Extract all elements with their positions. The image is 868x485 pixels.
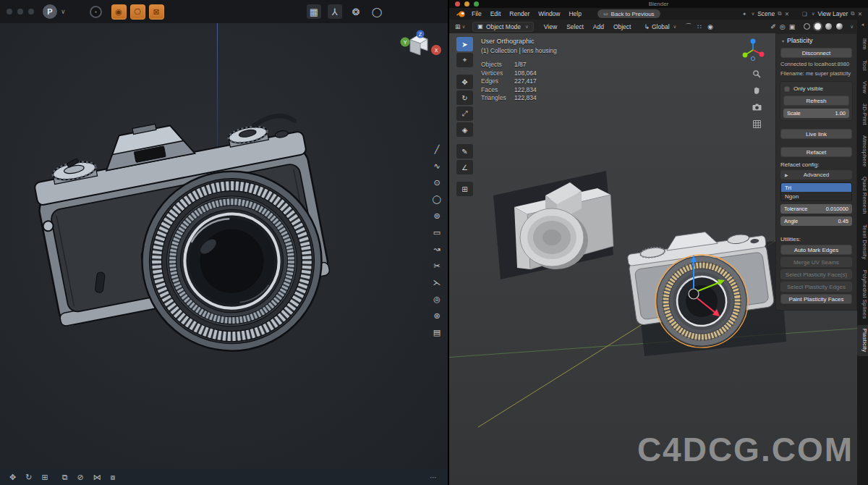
circle-tool-icon[interactable]: ⊙ bbox=[430, 178, 444, 187]
extrude-tool-icon[interactable]: ⋋ bbox=[430, 278, 444, 287]
cylinder-tool-icon[interactable]: ⊜ bbox=[430, 211, 444, 221]
camera-wireframe-model[interactable] bbox=[22, 81, 369, 414]
tab-3d-print[interactable]: 3D-Print bbox=[857, 100, 868, 129]
menu-add[interactable]: Add bbox=[593, 23, 604, 30]
panel-header[interactable]: ▾ Plasticity bbox=[776, 34, 856, 46]
menu-window[interactable]: Window bbox=[538, 10, 560, 17]
scale-tool-icon[interactable]: ⤢ bbox=[456, 106, 473, 121]
window-controls[interactable] bbox=[7, 9, 34, 14]
material-shading-icon[interactable] bbox=[824, 22, 833, 31]
scene-name[interactable]: Scene bbox=[757, 10, 775, 17]
camera-view-icon[interactable] bbox=[751, 101, 762, 113]
scene-grid-icon[interactable]: ▦ bbox=[307, 4, 321, 19]
more-tools-button[interactable]: ⋯ bbox=[430, 473, 438, 481]
menu-help[interactable]: Help bbox=[569, 10, 581, 17]
select-plasticity-face-s-button[interactable]: Select Plasticity Face(s) bbox=[780, 269, 852, 279]
facet-option-ngon[interactable]: Ngon bbox=[781, 192, 851, 201]
tab-atmosphere[interactable]: Atmosphere bbox=[857, 132, 868, 170]
menu-render[interactable]: Render bbox=[509, 10, 529, 17]
menu-object[interactable]: Object bbox=[613, 23, 631, 30]
solid-mode-icon[interactable]: ⎔ bbox=[130, 4, 145, 20]
menu-view[interactable]: View bbox=[544, 23, 557, 30]
curve-tool-icon[interactable]: ↝ bbox=[430, 245, 444, 254]
snap-target-icon[interactable]: ∷ bbox=[697, 23, 702, 30]
blender-viewport[interactable]: ➤⌖✥↻⤢◈✎∠⊞ User Orthographic (1) Collecti… bbox=[449, 33, 868, 485]
chevron-down-icon[interactable]: ∨ bbox=[61, 8, 66, 15]
checkbox[interactable] bbox=[784, 86, 790, 92]
boolean-tool-icon[interactable]: ⧉ bbox=[62, 473, 68, 482]
tab-view[interactable]: View bbox=[857, 77, 868, 97]
mode-selector[interactable]: ▣ Object Mode ∨ bbox=[472, 22, 534, 32]
proportional-editing-icon[interactable]: ◉ bbox=[707, 23, 713, 30]
collapse-arrow-icon[interactable]: ◂ bbox=[857, 22, 868, 28]
menu-file[interactable]: File bbox=[472, 10, 482, 17]
xray-toggle-icon[interactable]: ▣ bbox=[789, 23, 796, 30]
plasticity-logo[interactable]: P bbox=[43, 4, 57, 19]
measure-tool-icon[interactable]: ∠ bbox=[456, 160, 473, 174]
only-visible-checkbox-row[interactable]: Only visible bbox=[783, 84, 850, 93]
zoom-icon[interactable] bbox=[751, 68, 762, 80]
rotate-tool-icon[interactable]: ↻ bbox=[25, 473, 32, 482]
merge-uv-seams-button[interactable]: Merge UV Seams bbox=[780, 257, 852, 267]
grid-ortho-icon[interactable] bbox=[751, 118, 762, 130]
facet-option-tri[interactable]: Tri bbox=[781, 183, 851, 192]
view-layer-icon[interactable]: ❏ bbox=[802, 11, 807, 17]
outliner-icon[interactable]: ⅄ bbox=[328, 4, 342, 19]
auto-mark-edges-button[interactable]: Auto Mark Edges bbox=[780, 245, 852, 255]
wireframe-shading-icon[interactable] bbox=[802, 22, 812, 31]
transform-orientation[interactable]: ↳ Global ∨ bbox=[644, 23, 676, 30]
render-settings-icon[interactable]: ❂ bbox=[349, 4, 363, 19]
plasticity-viewport[interactable]: Y Z X ╱∿⊙◯⊜▭↝✂⋋◎⊛▤ bbox=[0, 23, 448, 469]
navigation-axis-gizmo[interactable] bbox=[741, 38, 765, 62]
back-to-previous-button[interactable]: ▭ Back to Previous bbox=[597, 9, 660, 18]
torus-tool-icon[interactable]: ◎ bbox=[430, 295, 444, 304]
menu-select[interactable]: Select bbox=[566, 23, 584, 30]
menu-edit[interactable]: Edit bbox=[490, 10, 501, 17]
refacet-button[interactable]: Refacet bbox=[780, 147, 852, 157]
disconnect-button[interactable]: Disconnect bbox=[780, 48, 852, 58]
solid-shading-icon[interactable] bbox=[813, 22, 822, 31]
refresh-button[interactable]: Refresh bbox=[783, 96, 849, 106]
annotate-tool-icon[interactable]: ✎ bbox=[456, 144, 473, 159]
snapping-magnet-icon[interactable]: ⌒ bbox=[685, 22, 692, 31]
move-tool-icon[interactable]: ✥ bbox=[9, 473, 16, 482]
paint-plasticity-faces-button[interactable]: Paint Plasticity Faces bbox=[780, 294, 852, 304]
scale-slider[interactable]: Scale 1.00 bbox=[783, 109, 849, 118]
transform-tool-icon[interactable]: ◈ bbox=[456, 122, 473, 137]
tolerance-slider[interactable]: Tolerance 0.010000 bbox=[780, 204, 852, 214]
active-tool-gizmo-icon[interactable]: ✐ bbox=[770, 23, 776, 30]
scale-tool-icon[interactable]: ⊞ bbox=[41, 473, 48, 482]
array-tool-icon[interactable]: ⧇ bbox=[111, 473, 116, 482]
move-tool-icon[interactable]: ✥ bbox=[456, 75, 473, 89]
sheet-mode-icon[interactable]: ⊠ bbox=[149, 4, 164, 20]
select-plasticity-edges-button[interactable]: Select Plasticity Edges bbox=[780, 282, 852, 292]
select-box-tool-icon[interactable]: ➤ bbox=[456, 37, 473, 51]
box-tool-icon[interactable]: ▤ bbox=[430, 328, 444, 337]
new-layer-icon[interactable]: ⧉ bbox=[851, 10, 854, 17]
rotate-tool-icon[interactable]: ↻ bbox=[456, 90, 473, 105]
rendered-shading-icon[interactable] bbox=[835, 22, 844, 31]
editor-type-icon[interactable]: ⊞ bbox=[455, 23, 461, 30]
overlays-icon[interactable]: ◎ bbox=[780, 23, 786, 30]
advanced-expander[interactable]: ▶ Advanced bbox=[780, 170, 852, 180]
sphere-tool-icon[interactable]: ⊛ bbox=[430, 311, 444, 321]
tab-texel-density[interactable]: Texel Density bbox=[857, 221, 868, 263]
tab-plasticity[interactable]: Plasticity bbox=[857, 325, 868, 356]
viewport-settings-icon[interactable]: ◯ bbox=[370, 4, 384, 19]
trim-tool-icon[interactable]: ✂ bbox=[430, 261, 444, 271]
tab-item[interactable]: Item bbox=[857, 35, 868, 54]
selected-camera-model[interactable] bbox=[614, 213, 791, 361]
fillet-tool-icon[interactable]: ⊘ bbox=[77, 473, 84, 482]
radial-menu-icon[interactable] bbox=[90, 6, 102, 18]
new-scene-icon[interactable]: ⧉ bbox=[778, 10, 781, 17]
rectangle-tool-icon[interactable]: ▭ bbox=[430, 228, 444, 237]
ellipse-tool-icon[interactable]: ◯ bbox=[430, 195, 444, 204]
tab-tool[interactable]: Tool bbox=[857, 56, 868, 75]
import-mode-icon[interactable]: ◉ bbox=[111, 4, 127, 20]
angle-slider[interactable]: Angle 0.45 bbox=[780, 216, 852, 226]
mirror-tool-icon[interactable]: ⋈ bbox=[93, 473, 101, 482]
spline-tool-icon[interactable]: ∿ bbox=[430, 161, 444, 171]
close-icon[interactable]: ✕ bbox=[858, 11, 862, 17]
view-cube-gizmo[interactable]: Y Z X bbox=[399, 30, 443, 67]
close-icon[interactable]: ✕ bbox=[785, 11, 789, 17]
